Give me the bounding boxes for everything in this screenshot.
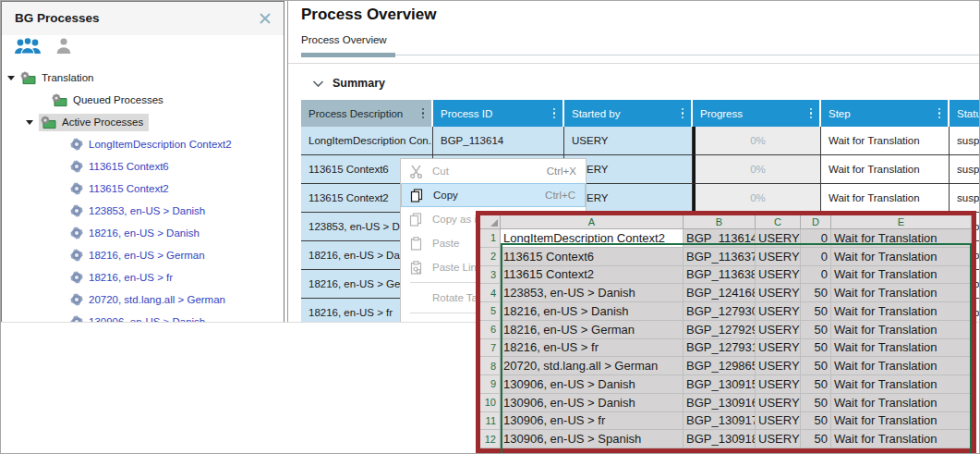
tab-process-overview[interactable]: Process Overview [301,34,387,45]
chevron-down-icon[interactable] [312,75,324,92]
sheet-cell[interactable]: Wait for Translation [831,266,972,285]
tree-item-translation[interactable]: Translation [2,67,284,89]
sheet-row-number[interactable]: 3 [480,266,501,285]
sheet-row-number[interactable]: 7 [480,339,501,358]
sheet-cell[interactable]: 130906, en-US > Danish [501,375,684,394]
sheet-cell[interactable]: 50 [801,375,831,394]
sheet-cell[interactable]: 0 [801,266,831,285]
cell-progress[interactable]: 0% [693,184,821,213]
sheet-cell[interactable]: BGP_113614 [684,229,756,248]
tree-item-113615-context6[interactable]: 113615 Context6 [2,155,284,178]
sheet-cell[interactable]: USERY [756,229,801,248]
column-menu-icon[interactable] [808,106,815,121]
sheet-cell[interactable]: 130906, en-US > Danish [501,394,684,412]
cell-step[interactable]: Wait for Translation [821,184,950,213]
sheet-cell[interactable]: BGP_127931 [684,339,756,358]
sheet-cell[interactable]: Wait for Translation [831,302,972,321]
table-row[interactable]: LongItemDescription Con...BGP_113614USER… [301,127,979,155]
sheet-cell[interactable]: USERY [756,430,801,448]
sheet-column-header-d[interactable]: D [801,215,831,229]
sheet-row-number[interactable]: 2 [480,248,501,266]
menu-item-copy[interactable]: CopyCtrl+C [401,183,586,207]
cell-process-id[interactable]: BGP_113614 [433,127,564,155]
tree-expand-arrow[interactable] [7,76,15,80]
tree-item-20720-std-lang-all-german[interactable]: 20720, std.lang.all > German [2,288,284,311]
tree-item-active-processes[interactable]: Active Processes [2,111,284,133]
tree-item-113615-context2[interactable]: 113615 Context2 [2,178,284,200]
cell-status[interactable]: suspe [950,127,979,155]
sheet-cell[interactable]: BGP_130915 [684,375,756,394]
sheet-cell[interactable]: BGP_130916 [684,394,756,412]
sheet-cell[interactable]: USERY [756,339,801,358]
sheet-cell[interactable]: Wait for Translation [831,339,972,358]
sheet-cell[interactable]: USERY [756,302,801,321]
sheet-cell[interactable]: BGP_127930 [684,302,756,321]
close-icon[interactable] [258,11,272,26]
sheet-cell[interactable]: Wait for Translation [831,284,972,302]
sheet-column-header-e[interactable]: E [831,215,972,229]
sheet-column-header-b[interactable]: B [684,215,756,229]
tree-expand-arrow[interactable] [26,120,33,125]
sheet-cell[interactable]: USERY [756,357,801,375]
sheet-cell[interactable]: BGP_130918 [684,430,756,448]
summary-section-header[interactable]: Summary [312,75,385,92]
sheet-cell[interactable]: USERY [756,394,801,412]
sheet-cell[interactable]: BGP_113637 [684,248,756,266]
sheet-cell[interactable]: Wait for Translation [831,394,972,412]
sheet-row-number[interactable]: 9 [480,375,501,394]
sheet-cell[interactable]: 50 [801,302,831,321]
sheet-row-number[interactable]: 4 [480,284,501,302]
sheet-column-header-c[interactable]: C [756,215,801,229]
column-header-process-id[interactable]: Process ID [433,100,564,127]
sheet-cell[interactable]: BGP_124168 [684,284,756,302]
sheet-cell[interactable]: 0 [801,248,831,266]
sheet-cell[interactable]: Wait for Translation [831,321,972,339]
sheet-row-number[interactable]: 1 [480,229,501,248]
sheet-cell[interactable]: 0 [801,229,831,248]
sheet-cell[interactable]: 130906, en-US > Spanish [501,430,684,448]
sheet-cell[interactable]: Wait for Translation [831,412,972,431]
sheet-cell[interactable]: BGP_127929 [684,321,756,339]
tree-item-18216-en-us-german[interactable]: 18216, en-US > German [2,244,284,266]
sheet-cell[interactable]: 50 [801,430,831,448]
column-menu-icon[interactable] [680,106,686,121]
cell-status[interactable]: suspe [950,155,979,184]
sheet-cell[interactable]: 123853, en-US > Danish [501,284,684,302]
sheet-cell[interactable]: 18216, en-US > German [501,321,684,339]
column-header-step[interactable]: Step [821,100,950,127]
tree-item-130906-en-us-danish[interactable]: 130906, en-US > Danish [2,311,284,323]
sheet-cell[interactable]: 50 [801,357,831,375]
sheet-row-number[interactable]: 5 [480,302,501,321]
sheet-cell[interactable]: BGP_129865 [684,357,756,375]
sheet-cell[interactable]: 50 [801,394,831,412]
column-menu-icon[interactable] [420,106,427,121]
column-menu-icon[interactable] [937,106,943,121]
single-user-icon[interactable] [54,36,74,60]
sheet-cell[interactable]: 50 [801,284,831,302]
tree-item-queued-processes[interactable]: Queued Processes [2,89,284,111]
cell-progress[interactable]: 0% [693,127,821,155]
tree-item-longitemdescription-context2[interactable]: LongItemDescription Context2 [2,133,284,155]
cell-started-by[interactable]: USERY [564,127,693,155]
sheet-cell[interactable]: LongItemDescription Context2 [501,229,684,248]
sheet-cell[interactable]: Wait for Translation [831,430,972,448]
sheet-select-all-corner[interactable] [480,215,501,229]
people-group-icon[interactable] [13,36,42,60]
sheet-cell[interactable]: Wait for Translation [831,357,972,375]
sheet-cell[interactable]: Wait for Translation [831,375,972,394]
tree-item-18216-en-us-fr[interactable]: 18216, en-US > fr [2,266,284,288]
sheet-cell[interactable]: USERY [756,284,801,302]
sheet-cell[interactable]: USERY [756,321,801,339]
sheet-cell[interactable]: USERY [756,375,801,394]
sheet-row-number[interactable]: 11 [480,412,501,431]
sheet-column-header-a[interactable]: A [501,215,684,229]
sheet-cell[interactable]: USERY [756,266,801,285]
sheet-cell[interactable]: 130906, en-US > fr [501,412,684,431]
tree-item-123853-en-us-danish[interactable]: 123853, en-US > Danish [2,200,284,222]
sheet-cell[interactable]: 18216, en-US > fr [501,339,684,358]
column-header-progress[interactable]: Progress [693,100,821,127]
sheet-cell[interactable]: 50 [801,321,831,339]
sheet-cell[interactable]: 50 [801,412,831,431]
cell-process-description[interactable]: LongItemDescription Con... [301,127,433,155]
sheet-cell[interactable]: 113615 Context6 [501,248,684,266]
